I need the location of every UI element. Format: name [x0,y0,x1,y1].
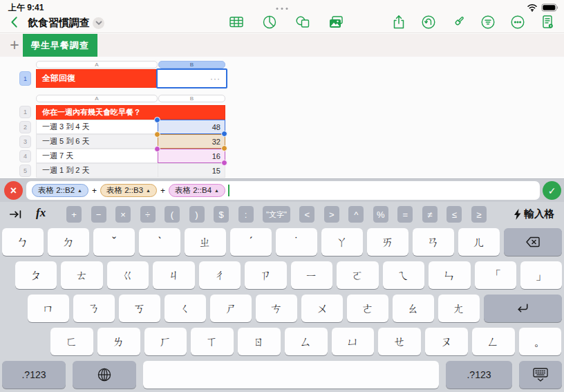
bopomofo-key[interactable]: ㄉ [48,228,89,256]
operator-key[interactable]: ( [164,206,180,223]
bopomofo-key[interactable]: ㄙ [285,328,328,355]
table2-cell-b3-referenced[interactable]: 32 [158,134,225,149]
insert-shape-icon[interactable] [294,14,311,30]
more-icon[interactable] [509,14,526,30]
selection-handle-purple[interactable] [154,146,160,152]
back-button[interactable] [8,15,22,29]
table2-row-badge[interactable]: 4 [19,150,31,162]
bopomofo-key[interactable]: ㄤ [438,295,480,322]
table2-cell-a3[interactable]: 一週 5 到 6 天 [36,134,158,149]
operator-key[interactable]: $ [214,206,229,223]
globe-key[interactable] [73,361,136,389]
bopomofo-key[interactable]: ㄥ [472,328,515,355]
cell-menu-dots[interactable]: ··· [210,74,220,84]
input-cell-button[interactable]: 輸入格 [514,207,555,221]
format-brush-icon[interactable] [450,14,467,30]
return-key[interactable] [484,295,562,322]
share-icon[interactable] [391,14,407,30]
insert-table-icon[interactable] [228,14,245,30]
selection-handle-purple[interactable] [221,160,227,166]
selection-handle-blue[interactable] [154,117,160,123]
dismiss-keyboard-key[interactable] [519,361,562,389]
bopomofo-key[interactable]: ㄓ [185,228,226,256]
table2-column-b-header[interactable]: B [158,95,225,102]
bopomofo-key[interactable]: ˙ [276,228,317,256]
bopomofo-key[interactable]: ㄝ [378,328,421,355]
multitasking-indicator-icon[interactable] [276,8,288,10]
selection-handle-blue[interactable] [221,131,227,137]
filter-icon[interactable] [480,14,496,30]
bopomofo-key[interactable]: ㄆ [15,261,57,289]
title-menu-button[interactable] [93,17,104,29]
bopomofo-key[interactable]: ㄧ [291,261,332,289]
token-disclosure-icon[interactable]: ▲ [77,188,82,193]
bopomofo-key[interactable]: ㄚ [321,228,363,256]
space-bar[interactable] [143,361,439,389]
bopomofo-key[interactable]: ㄏ [144,328,187,355]
backspace-key[interactable] [504,228,562,256]
table2-question-header-cell[interactable]: 你在一週內有幾天會吃早餐？ [36,105,225,120]
bopomofo-key[interactable]: ㄍ [107,261,149,289]
operator-key[interactable]: < [299,206,314,223]
table1-column-b-header[interactable]: B [158,61,225,68]
table2-cell-b4-referenced[interactable]: 16 [158,149,225,163]
formula-input[interactable]: 表格 2::B2▲ + 表格 2::B3▲ + 表格 2::B4▲ [26,181,540,200]
operator-key[interactable]: ) [189,206,205,223]
table2-row-badge[interactable]: 1 [19,106,31,118]
bopomofo-key[interactable]: ㄗ [245,261,286,289]
bopomofo-key[interactable]: ㄅ [2,228,44,256]
table1-cell-b1-selected[interactable]: ··· [156,68,227,88]
numbers-key[interactable]: .?123 [2,361,66,389]
bopomofo-key[interactable]: ㄡ [425,328,468,355]
add-sheet-button[interactable]: + [7,35,22,55]
bopomofo-key[interactable]: ㄢ [413,228,454,256]
bopomofo-key[interactable]: ㄇ [28,295,69,322]
tab-next-cell-button[interactable] [8,207,24,222]
operator-key[interactable]: ≤ [446,206,462,223]
table2-cell-a4[interactable]: 一週 7 天 [36,149,158,163]
bopomofo-key[interactable]: ㄣ [429,261,470,289]
table1-column-a-header[interactable]: A [36,61,158,68]
table1-cell-a1[interactable]: 全部回復 [36,69,158,88]
table2-row-badge[interactable]: 2 [19,121,31,133]
operator-key[interactable]: × [115,206,131,223]
selection-handle-orange[interactable] [154,131,160,138]
bopomofo-key[interactable]: 「 [475,261,516,289]
bopomofo-key[interactable]: ㄠ [393,295,434,322]
formula-token-b4[interactable]: 表格 2::B4▲ [169,184,225,197]
cancel-formula-button[interactable]: × [4,181,23,200]
insert-media-icon[interactable] [328,14,344,30]
bopomofo-key[interactable]: ㄦ [458,228,500,256]
bopomofo-key[interactable]: ㄜ [347,295,388,322]
operator-key[interactable]: "文字" [263,206,290,223]
insert-chart-icon[interactable] [261,14,278,30]
table2-cell-b2-referenced[interactable]: 48 [158,120,225,134]
token-disclosure-icon[interactable]: ▲ [214,188,219,193]
operator-key[interactable]: : [238,206,254,223]
confirm-formula-button[interactable]: ✓ [543,181,561,200]
bopomofo-key[interactable]: 。 [519,328,562,355]
operator-key[interactable]: − [91,206,106,223]
bopomofo-key[interactable]: ㄊ [61,261,102,289]
bopomofo-key[interactable]: ˊ [230,228,272,256]
undo-icon[interactable] [420,14,437,30]
table1-row1-badge[interactable]: 1 [19,71,31,86]
numbers-key-right[interactable]: .?123 [446,361,512,389]
table2-row-badge[interactable]: 5 [19,165,31,177]
bopomofo-key[interactable]: ㄎ [119,295,160,322]
bopomofo-key[interactable]: ㄒ [191,328,234,355]
operator-key[interactable]: + [66,206,82,223]
document-pages-icon[interactable] [539,14,556,30]
bopomofo-key[interactable]: ㄨ [301,295,343,322]
token-disclosure-icon[interactable]: ▲ [146,188,151,193]
formula-token-b2[interactable]: 表格 2::B2▲ [32,184,88,197]
bopomofo-key[interactable]: ㄟ [383,261,424,289]
bopomofo-key[interactable]: ㄩ [332,328,375,355]
bopomofo-key[interactable]: ˇ [93,228,135,256]
sheet-tab-active[interactable]: 學生早餐調查 [23,34,97,57]
selection-handle-orange[interactable] [221,145,227,151]
bopomofo-key[interactable]: ㄌ [97,328,140,355]
bopomofo-key[interactable]: ㄑ [164,295,206,322]
operator-key[interactable]: > [324,206,339,223]
bopomofo-key[interactable]: ㄋ [73,295,115,322]
